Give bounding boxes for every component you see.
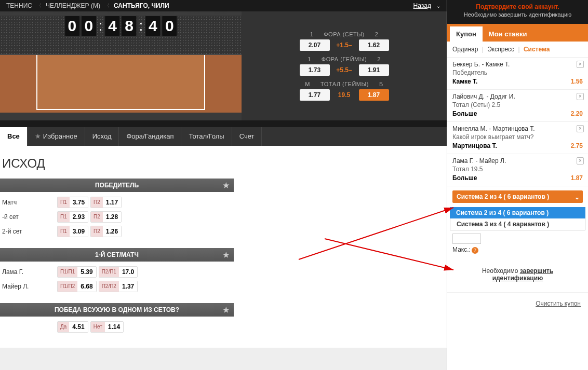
tab-score[interactable]: Счет xyxy=(232,127,262,146)
bet-odds: 1.87 xyxy=(571,174,583,182)
bettype-system[interactable]: Система xyxy=(524,46,550,53)
chevron-left-icon: 〈 xyxy=(36,2,42,9)
odd-button[interactable]: 1.62 xyxy=(359,39,389,51)
tab-total[interactable]: Тотал/Голы xyxy=(181,127,232,146)
market-header-winner[interactable]: ПОБЕДИТЕЛЬ★ xyxy=(0,179,234,192)
odd-pill[interactable]: П13.75 xyxy=(57,197,88,208)
chevron-left-icon: 〈 xyxy=(104,2,110,9)
chevron-down-icon[interactable]: ⌄ xyxy=(436,3,440,9)
verify-link[interactable]: завершить xyxy=(520,267,553,275)
section-heading: ИСХОД xyxy=(2,156,447,171)
bet-odds: 1.56 xyxy=(571,78,583,85)
odd-pill[interactable]: Да4.51 xyxy=(57,321,88,333)
market-tabs: Все ★Избранное Исход Фора/Гандикап Тотал… xyxy=(0,127,447,146)
handicap-value: +1.5– xyxy=(331,42,358,49)
verify-message: Необходимо завершить идентификацию xyxy=(447,257,588,292)
breadcrumb-item[interactable]: ЧЕЛЛЕНДЖЕР (М) xyxy=(46,2,100,9)
bet-odds: 2.75 xyxy=(571,142,583,149)
odd-pill[interactable]: Нет1.14 xyxy=(90,321,124,333)
tab-all[interactable]: Все xyxy=(0,127,28,146)
bet-type-selector: Ординар | Экспресс | Система xyxy=(447,42,588,58)
market-row: Лама Г. П1/П15.39 П2/П117.0 xyxy=(0,265,234,279)
tab-mybets[interactable]: Мои ставки xyxy=(483,26,533,42)
bettype-single[interactable]: Ординар xyxy=(452,46,478,53)
live-odds-panel: 1ФОРА (СЕТЫ)2 2.07+1.5–1.62 1ФОРА (ГЕЙМЫ… xyxy=(242,11,447,120)
odd-pill[interactable]: П21.17 xyxy=(90,197,122,208)
chevron-down-icon: ⌄ xyxy=(574,194,580,201)
video-preview[interactable]: 0 0 : 4 8 : 4 0 xyxy=(0,11,242,120)
market-header-set-match[interactable]: 1-Й СЕТ/МАТЧ★ xyxy=(0,248,234,262)
odd-pill[interactable]: П12.93 xyxy=(57,211,88,223)
market-row: Да4.51 Нет1.14 xyxy=(0,320,234,334)
market-row: Майер Л. П1/П26.68 П2/П21.37 xyxy=(0,279,234,294)
bet-odds: 2.20 xyxy=(571,110,583,117)
tab-coupon[interactable]: Купон xyxy=(450,26,483,42)
match-timer: 0 0 : 4 8 : 4 0 xyxy=(64,16,178,36)
breadcrumb: ТЕННИС 〈 ЧЕЛЛЕНДЖЕР (М) 〈 САНТЬЯГО, ЧИЛИ… xyxy=(0,0,447,11)
bet-item: × Лайович Д. - Додиг И. Тотал (Сеты) 2.5… xyxy=(447,90,588,122)
back-link[interactable]: Назад xyxy=(413,2,434,9)
remove-bet-icon[interactable]: × xyxy=(577,125,584,132)
odd-pill[interactable]: П2/П21.37 xyxy=(99,281,138,292)
market-row: Матч П13.75 П21.17 xyxy=(0,195,234,210)
bet-item: × Минелла М. - Мартинцова Т. Какой игрок… xyxy=(447,122,588,154)
odd-pill[interactable]: П21.28 xyxy=(90,211,122,223)
odd-button[interactable]: 1.77 xyxy=(300,89,330,101)
odd-pill[interactable]: П2/П117.0 xyxy=(99,266,138,278)
market-header-clean-set[interactable]: ПОБЕДА ВСУХУЮ В ОДНОМ ИЗ СЕТОВ?★ xyxy=(0,303,234,317)
odd-button[interactable]: 2.07 xyxy=(300,39,330,51)
system-dropdown: Система 2 из 4 ( 6 вариантов ) Система 3… xyxy=(450,207,585,230)
system-option[interactable]: Система 2 из 4 ( 6 вариантов ) xyxy=(450,207,585,218)
remove-bet-icon[interactable]: × xyxy=(577,157,584,165)
verify-link[interactable]: идентификацию xyxy=(492,275,543,282)
breadcrumb-current: САНТЬЯГО, ЧИЛИ xyxy=(114,2,169,9)
handicap-value: +5.5– xyxy=(331,66,358,74)
odd-pill[interactable]: П13.09 xyxy=(57,226,88,237)
bet-item: × Лама Г. - Майер Л. Тотал 19.5 Больше1.… xyxy=(447,154,588,186)
breadcrumb-item[interactable]: ТЕННИС xyxy=(6,2,32,9)
star-icon: ★ xyxy=(35,132,41,140)
market-row: 2-й сет П13.09 П21.26 xyxy=(0,224,234,239)
odd-pill[interactable]: П1/П26.68 xyxy=(57,281,97,292)
system-option[interactable]: Система 3 из 4 ( 4 вариантов ) xyxy=(450,218,585,230)
stake-input[interactable] xyxy=(452,234,481,244)
total-value: 19.5 xyxy=(331,91,358,99)
coupon-tabs: Купон Мои ставки xyxy=(447,24,588,42)
help-icon[interactable]: ? xyxy=(472,247,478,254)
tab-handicap[interactable]: Фора/Гандикап xyxy=(119,127,181,146)
bet-item: × Беккер Б. - Камке Т. Победитель Камке … xyxy=(447,58,588,90)
odd-button-selected[interactable]: 1.87 xyxy=(359,89,389,101)
odd-button[interactable]: 1.91 xyxy=(359,64,389,76)
market-row: -й сет П12.93 П21.28 xyxy=(0,210,234,224)
remove-bet-icon[interactable]: × xyxy=(577,61,584,68)
verify-account-banner: Подтвердите свой аккаунт. Необходимо зав… xyxy=(447,0,588,24)
remove-bet-icon[interactable]: × xyxy=(577,93,584,100)
tab-favourites[interactable]: ★Избранное xyxy=(28,127,85,146)
star-icon[interactable]: ★ xyxy=(223,179,230,192)
betslip-panel: Подтвердите свой аккаунт. Необходимо зав… xyxy=(447,0,588,370)
odd-pill[interactable]: П21.26 xyxy=(90,226,122,237)
bettype-express[interactable]: Экспресс xyxy=(487,46,514,53)
system-select[interactable]: Система 2 из 4 ( 6 вариантов ) ⌄ xyxy=(452,190,583,203)
star-icon[interactable]: ★ xyxy=(223,248,230,262)
odd-pill[interactable]: П1/П15.39 xyxy=(57,266,97,278)
tab-outcome[interactable]: Исход xyxy=(85,127,119,146)
odd-button[interactable]: 1.73 xyxy=(300,64,330,76)
clear-coupon-link[interactable]: Очистить купон xyxy=(447,292,588,314)
star-icon[interactable]: ★ xyxy=(223,303,230,317)
